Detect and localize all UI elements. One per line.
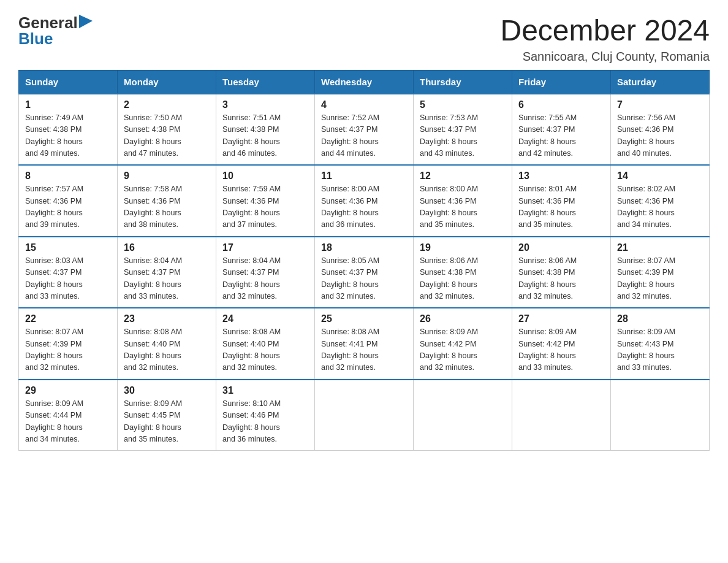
day-number: 13 [518, 170, 604, 182]
calendar-day-cell: 26 Sunrise: 8:09 AMSunset: 4:42 PMDaylig… [414, 308, 512, 380]
col-monday: Monday [118, 70, 216, 94]
calendar-day-cell: 19 Sunrise: 8:06 AMSunset: 4:38 PMDaylig… [414, 237, 512, 308]
day-number: 19 [420, 242, 506, 253]
col-sunday: Sunday [19, 70, 118, 94]
calendar-day-cell [315, 380, 414, 451]
day-number: 28 [617, 313, 703, 324]
day-info: Sunrise: 8:10 AMSunset: 4:46 PMDaylight:… [222, 399, 281, 443]
calendar-day-cell: 2 Sunrise: 7:50 AMSunset: 4:38 PMDayligh… [118, 94, 216, 166]
day-info: Sunrise: 8:09 AMSunset: 4:42 PMDaylight:… [420, 327, 478, 372]
calendar-day-cell: 27 Sunrise: 8:09 AMSunset: 4:42 PMDaylig… [512, 308, 611, 380]
calendar-day-cell: 4 Sunrise: 7:52 AMSunset: 4:37 PMDayligh… [315, 94, 414, 166]
day-info: Sunrise: 8:01 AMSunset: 4:36 PMDaylight:… [518, 185, 577, 229]
calendar-day-cell: 1 Sunrise: 7:49 AMSunset: 4:38 PMDayligh… [19, 94, 118, 166]
day-number: 10 [222, 170, 308, 182]
day-number: 22 [25, 313, 111, 324]
day-info: Sunrise: 7:53 AMSunset: 4:37 PMDaylight:… [420, 113, 478, 158]
calendar-day-cell: 17 Sunrise: 8:04 AMSunset: 4:37 PMDaylig… [216, 237, 315, 308]
day-info: Sunrise: 8:00 AMSunset: 4:36 PMDaylight:… [420, 185, 478, 229]
calendar-day-cell: 6 Sunrise: 7:55 AMSunset: 4:37 PMDayligh… [512, 94, 611, 166]
day-info: Sunrise: 8:06 AMSunset: 4:38 PMDaylight:… [518, 256, 577, 301]
col-wednesday: Wednesday [315, 70, 414, 94]
col-tuesday: Tuesday [216, 70, 315, 94]
day-info: Sunrise: 7:59 AMSunset: 4:36 PMDaylight:… [222, 185, 281, 229]
col-saturday: Saturday [611, 70, 710, 94]
day-number: 31 [222, 385, 308, 396]
calendar-day-cell: 5 Sunrise: 7:53 AMSunset: 4:37 PMDayligh… [414, 94, 512, 166]
day-number: 9 [124, 170, 210, 182]
day-number: 24 [222, 313, 308, 324]
calendar-day-cell: 24 Sunrise: 8:08 AMSunset: 4:40 PMDaylig… [216, 308, 315, 380]
col-thursday: Thursday [414, 70, 512, 94]
day-number: 6 [518, 99, 604, 110]
month-title: December 2024 [500, 15, 710, 47]
calendar-week-row: 15 Sunrise: 8:03 AMSunset: 4:37 PMDaylig… [19, 237, 710, 308]
calendar-day-cell: 23 Sunrise: 8:08 AMSunset: 4:40 PMDaylig… [118, 308, 216, 380]
calendar-day-cell [512, 380, 611, 451]
calendar-week-row: 1 Sunrise: 7:49 AMSunset: 4:38 PMDayligh… [19, 94, 710, 166]
day-number: 25 [321, 313, 407, 324]
day-info: Sunrise: 8:02 AMSunset: 4:36 PMDaylight:… [617, 185, 675, 229]
day-info: Sunrise: 8:08 AMSunset: 4:40 PMDaylight:… [222, 327, 281, 372]
day-number: 17 [222, 242, 308, 253]
day-info: Sunrise: 8:03 AMSunset: 4:37 PMDaylight:… [25, 256, 83, 301]
calendar-day-cell: 3 Sunrise: 7:51 AMSunset: 4:38 PMDayligh… [216, 94, 315, 166]
day-info: Sunrise: 7:55 AMSunset: 4:37 PMDaylight:… [518, 113, 577, 158]
day-number: 12 [420, 170, 506, 182]
day-info: Sunrise: 8:09 AMSunset: 4:43 PMDaylight:… [617, 327, 675, 372]
calendar-day-cell: 8 Sunrise: 7:57 AMSunset: 4:36 PMDayligh… [19, 165, 118, 237]
calendar-day-cell: 13 Sunrise: 8:01 AMSunset: 4:36 PMDaylig… [512, 165, 611, 237]
day-number: 2 [124, 99, 210, 110]
calendar-day-cell: 20 Sunrise: 8:06 AMSunset: 4:38 PMDaylig… [512, 237, 611, 308]
calendar-day-cell: 28 Sunrise: 8:09 AMSunset: 4:43 PMDaylig… [611, 308, 710, 380]
calendar-week-row: 8 Sunrise: 7:57 AMSunset: 4:36 PMDayligh… [19, 165, 710, 237]
day-number: 18 [321, 242, 407, 253]
day-info: Sunrise: 7:56 AMSunset: 4:36 PMDaylight:… [617, 113, 675, 158]
calendar-day-cell: 30 Sunrise: 8:09 AMSunset: 4:45 PMDaylig… [118, 380, 216, 451]
day-info: Sunrise: 8:09 AMSunset: 4:44 PMDaylight:… [25, 399, 83, 443]
day-number: 16 [124, 242, 210, 253]
calendar-day-cell: 11 Sunrise: 8:00 AMSunset: 4:36 PMDaylig… [315, 165, 414, 237]
day-info: Sunrise: 8:08 AMSunset: 4:41 PMDaylight:… [321, 327, 379, 372]
logo-triangle-icon [79, 15, 93, 28]
logo-general-text: General [18, 15, 78, 31]
day-number: 11 [321, 170, 407, 182]
day-info: Sunrise: 7:57 AMSunset: 4:36 PMDaylight:… [25, 185, 83, 229]
calendar-week-row: 29 Sunrise: 8:09 AMSunset: 4:44 PMDaylig… [19, 380, 710, 451]
day-info: Sunrise: 8:09 AMSunset: 4:42 PMDaylight:… [518, 327, 577, 372]
day-number: 1 [25, 99, 111, 110]
day-info: Sunrise: 8:04 AMSunset: 4:37 PMDaylight:… [222, 256, 281, 301]
day-number: 8 [25, 170, 111, 182]
day-number: 7 [617, 99, 703, 110]
day-number: 20 [518, 242, 604, 253]
day-number: 15 [25, 242, 111, 253]
calendar-day-cell: 21 Sunrise: 8:07 AMSunset: 4:39 PMDaylig… [611, 237, 710, 308]
day-number: 14 [617, 170, 703, 182]
day-info: Sunrise: 7:52 AMSunset: 4:37 PMDaylight:… [321, 113, 379, 158]
calendar-day-cell: 31 Sunrise: 8:10 AMSunset: 4:46 PMDaylig… [216, 380, 315, 451]
day-number: 5 [420, 99, 506, 110]
day-info: Sunrise: 7:58 AMSunset: 4:36 PMDaylight:… [124, 185, 182, 229]
title-area: December 2024 Sannicoara, Cluj County, R… [500, 15, 710, 64]
calendar-day-cell: 15 Sunrise: 8:03 AMSunset: 4:37 PMDaylig… [19, 237, 118, 308]
day-info: Sunrise: 8:07 AMSunset: 4:39 PMDaylight:… [25, 327, 83, 372]
day-number: 3 [222, 99, 308, 110]
day-number: 21 [617, 242, 703, 253]
day-number: 23 [124, 313, 210, 324]
calendar-day-cell [414, 380, 512, 451]
calendar-week-row: 22 Sunrise: 8:07 AMSunset: 4:39 PMDaylig… [19, 308, 710, 380]
calendar-day-cell: 7 Sunrise: 7:56 AMSunset: 4:36 PMDayligh… [611, 94, 710, 166]
svg-marker-0 [79, 15, 93, 28]
calendar-day-cell: 9 Sunrise: 7:58 AMSunset: 4:36 PMDayligh… [118, 165, 216, 237]
day-info: Sunrise: 8:04 AMSunset: 4:37 PMDaylight:… [124, 256, 182, 301]
calendar-day-cell: 22 Sunrise: 8:07 AMSunset: 4:39 PMDaylig… [19, 308, 118, 380]
calendar-day-cell: 14 Sunrise: 8:02 AMSunset: 4:36 PMDaylig… [611, 165, 710, 237]
calendar-header-row: Sunday Monday Tuesday Wednesday Thursday… [19, 70, 710, 94]
calendar-day-cell: 12 Sunrise: 8:00 AMSunset: 4:36 PMDaylig… [414, 165, 512, 237]
day-number: 4 [321, 99, 407, 110]
location-subtitle: Sannicoara, Cluj County, Romania [500, 50, 710, 64]
day-info: Sunrise: 8:00 AMSunset: 4:36 PMDaylight:… [321, 185, 379, 229]
day-number: 27 [518, 313, 604, 324]
calendar-table: Sunday Monday Tuesday Wednesday Thursday… [18, 70, 710, 451]
day-number: 26 [420, 313, 506, 324]
